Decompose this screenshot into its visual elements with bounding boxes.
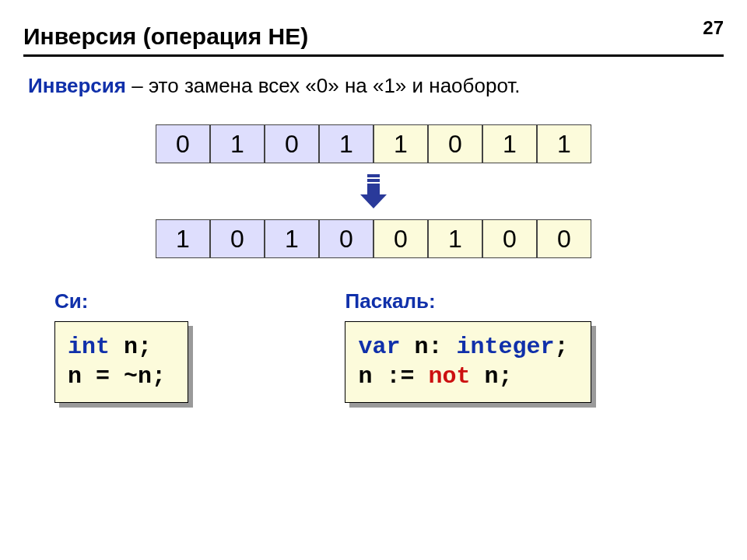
svg-rect-0	[367, 174, 380, 177]
code-text: n :=	[358, 363, 428, 390]
code-keyword: not	[429, 363, 471, 390]
page-number: 27	[703, 17, 724, 39]
bit-cell: 1	[482, 124, 537, 163]
title-rule	[23, 54, 724, 57]
code-keyword: var	[358, 334, 400, 360]
bit-cell: 0	[537, 219, 591, 258]
bit-cell: 1	[156, 219, 210, 258]
bit-cell: 0	[319, 219, 374, 258]
bit-cell: 1	[374, 124, 428, 163]
bit-cell: 0	[374, 219, 428, 258]
bit-cell: 1	[210, 124, 265, 163]
bit-cell: 0	[156, 124, 210, 163]
code-box-c: int n; n = ~n;	[54, 321, 188, 403]
code-section: Си: int n; n = ~n; Паскаль: var n: integ…	[0, 258, 747, 403]
bit-cell: 0	[265, 124, 319, 163]
bit-cell: 1	[319, 124, 374, 163]
definition-text: – это замена всех «0» на «1» и наоборот.	[126, 74, 521, 97]
svg-marker-3	[360, 194, 387, 208]
bit-row-bottom: 1 0 1 0 0 1 0 0	[0, 219, 747, 258]
code-text: n = ~n;	[68, 363, 166, 390]
bit-row-top: 0 1 0 1 1 0 1 1	[0, 124, 747, 163]
code-content-pascal: var n: integer; n := not n;	[345, 321, 591, 403]
code-text: n;	[110, 334, 152, 360]
arrow-wrap	[0, 174, 747, 208]
bit-cell: 0	[210, 219, 265, 258]
code-col-pascal: Паскаль: var n: integer; n := not n;	[345, 289, 693, 403]
code-text: n:	[401, 334, 457, 360]
bit-cell: 1	[537, 124, 591, 163]
bit-cell: 1	[265, 219, 319, 258]
svg-rect-2	[367, 184, 380, 194]
code-text: n;	[471, 363, 513, 390]
definition: Инверсия – это замена всех «0» на «1» и …	[0, 74, 747, 98]
code-col-c: Си: int n; n = ~n;	[54, 289, 321, 403]
bit-cell: 1	[428, 219, 482, 258]
down-arrow-icon	[359, 174, 388, 208]
title-block: Инверсия (операция НЕ)	[0, 0, 747, 57]
code-keyword: int	[68, 334, 110, 360]
code-box-pascal: var n: integer; n := not n;	[345, 321, 591, 403]
bit-cell: 0	[428, 124, 482, 163]
bit-cell: 0	[482, 219, 537, 258]
code-text: ;	[555, 334, 569, 360]
code-content-c: int n; n = ~n;	[54, 321, 188, 403]
slide-title: Инверсия (операция НЕ)	[23, 23, 724, 50]
svg-rect-1	[367, 179, 380, 182]
definition-term: Инверсия	[28, 74, 126, 97]
label-c: Си:	[54, 289, 321, 313]
label-pascal: Паскаль:	[345, 289, 693, 313]
code-keyword: integer	[457, 334, 555, 360]
